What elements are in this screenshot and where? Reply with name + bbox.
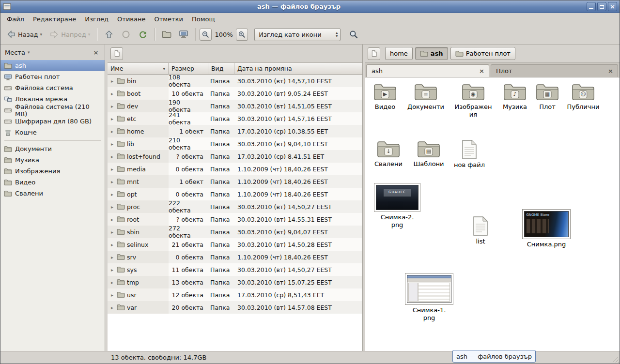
sidebar-item-4[interactable]: Файлова система (210 MB) bbox=[0, 105, 105, 116]
minimize-button[interactable] bbox=[587, 2, 596, 11]
back-history-icon[interactable] bbox=[40, 32, 43, 37]
column-header-name[interactable]: Име bbox=[108, 63, 169, 75]
tree-row-root[interactable]: root? обектаПапка30.03.2010 (вт) 14,55,3… bbox=[108, 213, 362, 226]
expander-icon[interactable] bbox=[109, 104, 115, 109]
resize-grip[interactable] bbox=[612, 356, 619, 363]
zoom-level[interactable]: 100% bbox=[213, 31, 234, 38]
menu-help[interactable]: Помощ bbox=[187, 15, 219, 24]
home-button[interactable] bbox=[159, 27, 174, 42]
expander-icon[interactable] bbox=[109, 154, 115, 159]
canvas-item-11[interactable]: GNOME StoreСнимка.png bbox=[522, 209, 571, 248]
canvas-item-8[interactable]: нов файл bbox=[450, 139, 489, 169]
window-list-button[interactable]: ash — файлов браузър bbox=[452, 350, 536, 363]
canvas-item-10[interactable]: list bbox=[461, 216, 500, 245]
location-entry-toggle-button[interactable] bbox=[110, 47, 123, 60]
expander-icon[interactable] bbox=[109, 167, 115, 172]
canvas-item-6[interactable]: ↓Свалени bbox=[369, 139, 408, 168]
tree-row-dev[interactable]: dev190 обектаПапка30.03.2010 (вт) 14,51,… bbox=[108, 100, 362, 112]
titlebar[interactable]: ash — файлов браузър bbox=[0, 0, 620, 13]
canvas-item-7[interactable]: ▤Шаблони bbox=[409, 139, 448, 168]
tree-row-bin[interactable]: bin108 обектаПапка30.03.2010 (вт) 14,57,… bbox=[108, 75, 362, 87]
canvas-item-2[interactable]: ◉Изображен ия bbox=[454, 82, 493, 119]
icon-view-canvas[interactable]: ▶Видео≡Документи◉Изображен ия♪Музика▦Пло… bbox=[365, 77, 620, 351]
sidebar-item-8[interactable]: Документи bbox=[0, 143, 105, 154]
tab-close-icon[interactable] bbox=[478, 67, 486, 75]
sidebar-item-2[interactable]: Файлова система bbox=[0, 82, 105, 93]
sidebar-item-5[interactable]: Шифриран дял (80 GB) bbox=[0, 116, 105, 127]
expander-icon[interactable] bbox=[109, 129, 115, 134]
expander-icon[interactable] bbox=[109, 116, 115, 121]
tree-row-sys[interactable]: sys11 обектаПапка30.03.2010 (вт) 14,50,2… bbox=[108, 263, 362, 276]
close-button[interactable] bbox=[608, 2, 617, 11]
expander-icon[interactable] bbox=[109, 242, 115, 247]
tree-row-selinux[interactable]: selinux21 обектаПапка30.03.2010 (вт) 14,… bbox=[108, 238, 362, 251]
expander-icon[interactable] bbox=[109, 305, 115, 310]
back-button[interactable]: Назад bbox=[3, 27, 45, 42]
tree-row-boot[interactable]: boot10 обектаПапка30.03.2010 (вт) 9,05,2… bbox=[108, 87, 362, 100]
canvas-item-5[interactable]: ☺Публични bbox=[564, 82, 603, 111]
canvas-item-9[interactable]: GUADECСнимка-2. png bbox=[373, 183, 421, 229]
tree-row-mnt[interactable]: mnt1 обектПапка1.10.2009 (чт) 18,40,26 E… bbox=[108, 175, 362, 188]
sidebar-mode-dropdown-icon[interactable] bbox=[28, 50, 30, 55]
maximize-button[interactable] bbox=[597, 2, 606, 11]
up-button[interactable] bbox=[101, 27, 117, 42]
column-header-size[interactable]: Размер bbox=[169, 63, 208, 75]
search-button[interactable] bbox=[346, 27, 361, 42]
stop-button[interactable] bbox=[118, 27, 134, 42]
forward-button[interactable]: Напред bbox=[46, 27, 93, 42]
zoom-in-button[interactable] bbox=[236, 29, 248, 41]
expander-icon[interactable] bbox=[109, 192, 115, 197]
column-header-date[interactable]: Дата на промяна bbox=[234, 63, 362, 75]
tab-0[interactable]: ash bbox=[366, 64, 489, 77]
expander-icon[interactable] bbox=[109, 141, 115, 147]
expander-icon[interactable] bbox=[109, 204, 115, 210]
sidebar-title[interactable]: Места bbox=[5, 49, 25, 56]
expander-icon[interactable] bbox=[109, 267, 115, 273]
sidebar-close-icon[interactable] bbox=[92, 48, 100, 57]
sidebar-item-9[interactable]: Музика bbox=[0, 154, 105, 166]
menu-view[interactable]: Изглед bbox=[80, 15, 113, 24]
expander-icon[interactable] bbox=[109, 179, 115, 184]
path-button-0[interactable]: home bbox=[385, 47, 413, 60]
tree-row-srv[interactable]: srv0 обектаПапка1.10.2009 (чт) 18,40,26 … bbox=[108, 251, 362, 263]
zoom-out-button[interactable] bbox=[200, 29, 212, 41]
sidebar-item-10[interactable]: Изображения bbox=[0, 166, 105, 177]
sidebar-item-11[interactable]: Видео bbox=[0, 177, 105, 188]
sidebar-item-6[interactable]: Кошче bbox=[0, 127, 105, 138]
expander-icon[interactable] bbox=[109, 292, 115, 298]
reload-button[interactable] bbox=[135, 27, 151, 42]
sidebar-item-12[interactable]: Свалени bbox=[0, 188, 105, 199]
tab-1[interactable]: Плот bbox=[491, 64, 618, 77]
combo-spinner-icon[interactable]: ▴▾ bbox=[333, 29, 340, 41]
tree-row-usr[interactable]: usr12 обектаПапка17.03.2010 (ср) 8,51,43… bbox=[108, 288, 362, 301]
tree-row-lib[interactable]: lib210 обектаПапка30.03.2010 (вт) 9,04,1… bbox=[108, 137, 362, 150]
menu-file[interactable]: Файл bbox=[2, 15, 29, 24]
tab-close-icon[interactable] bbox=[606, 67, 615, 75]
canvas-item-12[interactable]: Снимка-1. png bbox=[405, 273, 453, 322]
location-entry-toggle-button[interactable] bbox=[368, 47, 380, 60]
column-header-type[interactable]: Вид bbox=[208, 63, 234, 75]
tree-row-media[interactable]: media0 обектаПапка1.10.2009 (чт) 18,40,2… bbox=[108, 163, 362, 175]
computer-button[interactable] bbox=[176, 27, 191, 42]
view-mode-select[interactable]: Изглед като икони ▴▾ bbox=[254, 28, 341, 41]
expander-icon[interactable] bbox=[109, 229, 115, 235]
menu-go[interactable]: Отиване bbox=[113, 15, 150, 24]
tree-row-var[interactable]: var20 обектаПапка30.03.2010 (вт) 14,57,0… bbox=[108, 301, 362, 314]
path-button-1[interactable]: ash bbox=[415, 47, 448, 60]
sidebar-item-0[interactable]: ash bbox=[0, 60, 105, 71]
canvas-item-1[interactable]: ≡Документи bbox=[406, 82, 445, 111]
expander-icon[interactable] bbox=[109, 78, 115, 84]
tree-row-sbin[interactable]: sbin272 обектаПапка30.03.2010 (вт) 9,04,… bbox=[108, 226, 362, 238]
sidebar-item-1[interactable]: Работен плот bbox=[0, 71, 105, 82]
tree-row-tmp[interactable]: tmp13 обектаПапка30.03.2010 (вт) 15,07,2… bbox=[108, 276, 362, 288]
menu-bookmarks[interactable]: Отметки bbox=[150, 15, 187, 24]
expander-icon[interactable] bbox=[109, 91, 115, 96]
forward-history-icon[interactable] bbox=[88, 32, 91, 37]
path-button-2[interactable]: Работен плот bbox=[450, 47, 515, 60]
canvas-item-4[interactable]: ▦Плот bbox=[528, 82, 567, 111]
expander-icon[interactable] bbox=[109, 280, 115, 285]
tree-row-lost+found[interactable]: lost+found? обектаПапка17.03.2010 (ср) 8… bbox=[108, 150, 362, 163]
tree-row-opt[interactable]: opt0 обектаПапка1.10.2009 (чт) 18,40,26 … bbox=[108, 188, 362, 200]
menu-edit[interactable]: Редактиране bbox=[29, 15, 80, 24]
tree-row-home[interactable]: home1 обектПапка17.03.2010 (ср) 10,38,55… bbox=[108, 125, 362, 137]
